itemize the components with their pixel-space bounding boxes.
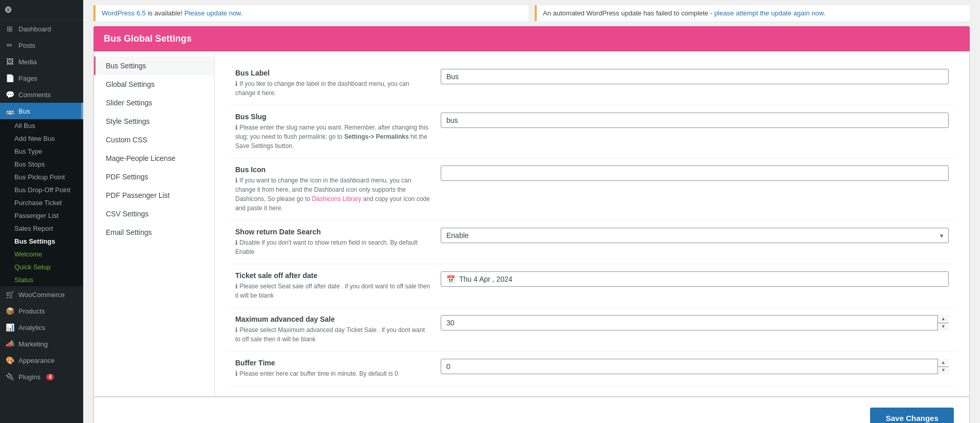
nav-slider-settings[interactable]: Slider Settings — [94, 94, 214, 112]
field-desc-bus-label: ℹ If you like to change the label in the… — [235, 80, 409, 97]
nav-pdf-settings[interactable]: PDF Settings — [94, 168, 214, 186]
field-label-bus-slug: Bus Slug — [235, 113, 430, 121]
update-now-link[interactable]: Please update now. — [184, 9, 242, 17]
ticket-sale-off-date-picker[interactable]: 📅 Thu 4 Apr , 2024 — [441, 271, 949, 287]
nav-email-settings[interactable]: Email Settings — [94, 223, 214, 242]
sidebar-item-products[interactable]: 📦 Products — [0, 303, 83, 319]
max-advanced-day-wrapper: ▲ ▼ — [441, 315, 949, 330]
nav-global-settings[interactable]: Global Settings — [94, 75, 214, 94]
sidebar-sub-item-bus-type[interactable]: Bus Type — [0, 145, 83, 158]
max-advanced-day-input[interactable] — [441, 315, 949, 330]
nav-csv-settings[interactable]: CSV Settings — [94, 205, 214, 223]
bus-icon: 🚌 — [5, 107, 14, 115]
sidebar-item-label: Pages — [18, 75, 37, 82]
bus-submenu: All Bus Add New Bus Bus Type Bus Stops B… — [0, 119, 83, 286]
spin-up-button[interactable]: ▲ — [938, 315, 949, 323]
appearance-icon: 🎨 — [5, 356, 14, 364]
notice-update-available: WordPress 6.5 is available! Please updat… — [93, 5, 529, 21]
sidebar-sub-item-status[interactable]: Status — [0, 273, 83, 286]
sidebar-item-label: Marketing — [18, 340, 48, 348]
analytics-icon: 📊 — [5, 323, 14, 332]
spin-up-button-2[interactable]: ▲ — [938, 359, 949, 367]
table-row: Buffer Time ℹ Please enter here car buff… — [230, 352, 954, 386]
sidebar-sub-item-sales-report[interactable]: Sales Report — [0, 222, 83, 235]
page-title: Bus Global Settings — [104, 33, 192, 44]
settings-container: Bus Settings Global Settings Slider Sett… — [93, 51, 970, 397]
sidebar-item-analytics[interactable]: 📊 Analytics — [0, 319, 83, 336]
sidebar-item-comments[interactable]: 💬 Comments — [0, 86, 83, 103]
sidebar: 🅦 ⊞ Dashboard ✏ Posts 🖼 Media 📄 Pages 💬 … — [0, 0, 83, 423]
field-label-bus-icon: Bus Icon — [235, 165, 430, 174]
number-spinners: ▲ ▼ — [937, 315, 949, 330]
field-desc-buffer-time: ℹ Please enter here car buffer time in m… — [235, 370, 398, 377]
sidebar-item-label: Dashboard — [18, 25, 51, 33]
save-changes-button[interactable]: Save Changes — [870, 408, 954, 423]
show-return-date-select-wrapper: Enable Disable — [441, 228, 949, 243]
spin-down-button-2[interactable]: ▼ — [938, 367, 949, 375]
page-title-bar: Bus Global Settings — [93, 26, 970, 51]
bus-label-input[interactable] — [441, 69, 949, 84]
table-row: Maximum advanced day Sale ℹ Please selec… — [230, 308, 954, 352]
buffer-time-input[interactable] — [441, 359, 949, 374]
marketing-icon: 📣 — [5, 340, 14, 348]
pages-icon: 📄 — [5, 74, 14, 82]
spin-down-button[interactable]: ▼ — [938, 323, 949, 331]
date-value: Thu 4 Apr , 2024 — [459, 275, 513, 283]
save-area: Save Changes — [93, 397, 970, 423]
nav-style-settings[interactable]: Style Settings — [94, 112, 214, 131]
sidebar-item-plugins[interactable]: 🔌 Plugins 4 — [0, 369, 83, 385]
wp-version-link[interactable]: WordPress 6.5 — [102, 9, 146, 17]
sidebar-item-bus[interactable]: 🚌 Bus — [0, 103, 83, 119]
dashboard-icon: ⊞ — [5, 25, 14, 33]
sidebar-item-marketing[interactable]: 📣 Marketing — [0, 336, 83, 352]
sidebar-sub-item-quick-setup[interactable]: Quick Setup — [0, 261, 83, 273]
table-row: Bus Slug ℹ Please enter the slug name yo… — [230, 105, 954, 158]
retry-update-link[interactable]: please attempt the update again now. — [714, 9, 825, 17]
notice-text-1: is available! — [147, 9, 184, 17]
sidebar-sub-item-welcome[interactable]: Welcome — [0, 248, 83, 261]
sidebar-sub-item-bus-settings[interactable]: Bus Settings — [0, 235, 83, 248]
sidebar-sub-item-purchase-ticket[interactable]: Purchase Ticket — [0, 196, 83, 209]
sidebar-item-media[interactable]: 🖼 Media — [0, 53, 83, 70]
sidebar-item-pages[interactable]: 📄 Pages — [0, 70, 83, 86]
dashicons-link[interactable]: Dashicons Library — [312, 195, 361, 203]
sidebar-sub-item-bus-pickup[interactable]: Bus Pickup Point — [0, 171, 83, 183]
table-row: Show return Date Search ℹ Disable if you… — [230, 220, 954, 264]
field-desc-bus-icon: ℹ If you want to change the icon in the … — [235, 177, 430, 212]
sidebar-item-woocommerce[interactable]: 🛒 WooCommerce — [0, 286, 83, 303]
sidebar-sub-item-bus-dropoff[interactable]: Bus Drop-Off Point — [0, 183, 83, 196]
sidebar-sub-item-add-new-bus[interactable]: Add New Bus — [0, 132, 83, 145]
table-row: Bus Icon ℹ If you want to change the ico… — [230, 158, 954, 220]
sidebar-item-label: Bus — [18, 107, 30, 115]
table-row: Bus Label ℹ If you like to change the la… — [230, 62, 954, 105]
page-wrapper: Bus Global Settings Bus Settings Global … — [83, 26, 980, 423]
nav-mage-people-license[interactable]: Mage-People License — [94, 149, 214, 168]
field-label-max-advanced-day: Maximum advanced day Sale — [235, 315, 430, 323]
nav-pdf-passenger-list[interactable]: PDF Passenger List — [94, 186, 214, 205]
plugins-badge: 4 — [46, 374, 54, 380]
sidebar-sub-item-passenger-list[interactable]: Passenger List — [0, 209, 83, 222]
main-content: WordPress 6.5 is available! Please updat… — [83, 0, 980, 423]
sidebar-sub-item-all-bus[interactable]: All Bus — [0, 119, 83, 132]
sidebar-item-appearance[interactable]: 🎨 Appearance — [0, 352, 83, 369]
bus-slug-input[interactable] — [441, 113, 949, 128]
products-icon: 📦 — [5, 307, 14, 315]
nav-custom-css[interactable]: Custom CSS — [94, 131, 214, 149]
sidebar-item-label: Analytics — [18, 324, 45, 332]
sidebar-logo: 🅦 — [0, 0, 83, 21]
sidebar-item-dashboard[interactable]: ⊞ Dashboard — [0, 21, 83, 37]
field-label-bus-label: Bus Label — [235, 69, 430, 77]
notices-area: WordPress 6.5 is available! Please updat… — [83, 0, 980, 26]
calendar-icon: 📅 — [446, 275, 455, 283]
sidebar-sub-item-bus-stops[interactable]: Bus Stops — [0, 158, 83, 171]
buffer-time-wrapper: ▲ ▼ — [441, 359, 949, 374]
sidebar-item-label: Products — [18, 307, 45, 315]
sidebar-item-label: Plugins — [18, 373, 41, 381]
field-label-show-return-date: Show return Date Search — [235, 228, 430, 236]
sidebar-item-posts[interactable]: ✏ Posts — [0, 37, 83, 53]
sidebar-item-label: WooCommerce — [18, 291, 65, 299]
nav-bus-settings[interactable]: Bus Settings — [94, 57, 214, 75]
show-return-date-select[interactable]: Enable Disable — [441, 228, 949, 243]
field-desc-ticket-sale-off-date: ℹ Please select Seat sale off after date… — [235, 283, 430, 299]
bus-icon-input[interactable] — [441, 165, 949, 181]
